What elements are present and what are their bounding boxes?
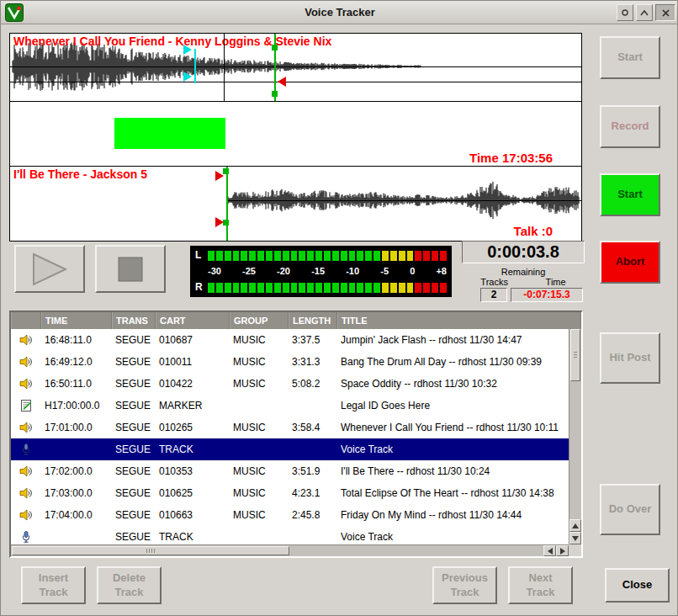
meter-left-label: L [195, 250, 208, 261]
previous-track-button[interactable]: Previous Track [432, 566, 497, 604]
stop-button[interactable] [95, 245, 166, 293]
shade-pin-icon[interactable] [617, 4, 633, 21]
track-start-arrow[interactable] [215, 171, 224, 181]
cell-time: 16:49:12.0 [41, 356, 112, 368]
header-length[interactable]: LENGTH [289, 312, 337, 329]
horizontal-scrollbar[interactable] [11, 544, 569, 556]
meter-scale-label: -10 [346, 267, 359, 276]
vertical-scrollbar[interactable] [569, 329, 581, 544]
time-remaining-label: Time [546, 277, 566, 287]
header-time[interactable]: TIME [41, 312, 112, 329]
titlebar: Voice Tracker [1, 1, 678, 24]
scroll-up-button[interactable] [569, 519, 581, 532]
cell-group: MUSIC [230, 509, 289, 521]
log-table: TIMETRANSCARTGROUPLENGTHTITLE 16:48:11.0… [9, 311, 583, 558]
close-button[interactable]: Close [605, 568, 670, 603]
log-row[interactable]: SEGUETRACKVoice Track [11, 438, 569, 460]
start-button-track1[interactable]: Start [600, 36, 660, 79]
insert-track-button[interactable]: Insert Track [21, 566, 86, 604]
log-row[interactable]: SEGUETRACKVoice Track [11, 526, 569, 544]
segue-marker-handle[interactable] [272, 91, 278, 97]
header-cart[interactable]: CART [156, 312, 230, 329]
cell-title: Jumpin' Jack Flash -- rdhost 11/30 14:47 [337, 334, 569, 346]
abort-button[interactable]: Abort [600, 241, 660, 284]
log-row[interactable]: H17:00:00.0SEGUEMARKERLegal ID Goes Here [11, 395, 569, 417]
talk-marker-arrow[interactable] [183, 45, 192, 55]
scroll-right-button[interactable] [556, 545, 569, 556]
vertical-scrollbar-thumb[interactable] [570, 329, 580, 381]
track-start-handle[interactable] [223, 220, 229, 226]
scroll-down-button[interactable] [569, 532, 581, 544]
next-track-button[interactable]: Next Track [508, 566, 573, 604]
meter-scale-label: -20 [277, 267, 290, 276]
cell-cart: 010422 [156, 378, 230, 390]
header-title[interactable]: TITLE [337, 312, 581, 329]
cell-length: 5:08.2 [289, 378, 337, 390]
segue-marker-handle[interactable] [272, 45, 278, 50]
header-group[interactable]: GROUP [230, 312, 289, 329]
meter-right-label: R [195, 282, 208, 293]
log-row[interactable]: 16:49:12.0SEGUE010011MUSIC3:31.3Bang The… [11, 351, 569, 373]
close-icon[interactable] [655, 4, 675, 21]
cell-trans: SEGUE [112, 509, 156, 521]
meter-scale: -30-25-20-15-10-50+8 [195, 267, 447, 276]
cell-time: H17:00:00.0 [41, 400, 112, 412]
do-over-button[interactable]: Do Over [600, 484, 660, 535]
scroll-left-button[interactable] [543, 545, 556, 556]
track-start-arrow[interactable] [215, 217, 224, 227]
header-icon-column[interactable] [11, 312, 41, 329]
track1-waveform-panel[interactable]: Whenever I Call You Friend - Kenny Loggi… [9, 33, 582, 102]
track-start-handle[interactable] [223, 168, 229, 174]
speaker-icon [11, 355, 41, 369]
cell-group: MUSIC [230, 487, 289, 499]
meter-scale-label: -30 [208, 267, 221, 276]
cell-title: Legal ID Goes Here [337, 400, 569, 412]
cell-group: MUSIC [230, 356, 289, 368]
start-button-track2[interactable]: Start [600, 173, 660, 216]
cell-trans: SEGUE [112, 400, 156, 412]
remaining-label: Remaining [462, 267, 585, 277]
cell-trans: SEGUE [112, 443, 156, 455]
tracks-remaining-value: 2 [480, 288, 507, 302]
voicetrack-region[interactable] [114, 118, 225, 149]
track2-title: I'll Be There - Jackson 5 [13, 167, 147, 181]
log-row[interactable]: 17:04:00.0SEGUE010663MUSIC2:45.8Friday O… [11, 504, 569, 526]
log-header: TIMETRANSCARTGROUPLENGTHTITLE [11, 312, 581, 329]
talk-label: Talk :0 [514, 224, 553, 238]
cell-length: 3:58.4 [289, 422, 337, 433]
log-row[interactable]: 17:02:00.0SEGUE010353MUSIC3:51.9I'll Be … [11, 460, 569, 482]
speaker-icon [11, 333, 41, 347]
stop-icon [118, 257, 143, 282]
cell-title: Space Oddity -- rdhost 11/30 10:32 [337, 378, 569, 390]
log-row[interactable]: 16:50:11.0SEGUE010422MUSIC5:08.2Space Od… [11, 373, 569, 395]
log-row[interactable]: 17:03:00.0SEGUE010625MUSIC4:23.1Total Ec… [11, 482, 569, 504]
voicetrack-panel[interactable]: Time 17:03:56 [9, 101, 582, 167]
maximize-icon[interactable] [636, 4, 653, 21]
log-row[interactable]: 16:48:11.0SEGUE010687MUSIC3:37.5Jumpin' … [11, 329, 569, 351]
talk-marker-arrow[interactable] [183, 72, 192, 82]
cell-title: Voice Track [337, 531, 569, 543]
talk-marker-line[interactable] [194, 49, 196, 83]
right-led-bar [208, 283, 447, 293]
cell-time: 17:01:00.0 [41, 422, 112, 433]
track-start-line[interactable] [226, 167, 228, 241]
scrollbar-corner [569, 544, 581, 556]
cell-time: 16:48:11.0 [41, 334, 112, 346]
elapsed-time-display: 0:00:03.8 [462, 241, 585, 263]
header-trans[interactable]: TRANS [112, 312, 156, 329]
meter-scale-label: +8 [436, 267, 447, 276]
end-marker-arrow[interactable] [278, 77, 286, 87]
delete-track-button[interactable]: Delete Track [97, 566, 162, 604]
speaker-icon [11, 465, 41, 478]
horizontal-scrollbar-thumb[interactable] [12, 546, 289, 555]
track2-waveform-panel[interactable]: I'll Be There - Jackson 5 Talk :0 [9, 166, 582, 242]
cell-length: 3:31.3 [289, 356, 337, 368]
time-label: Time 17:03:56 [469, 151, 553, 165]
cell-trans: SEGUE [112, 487, 156, 499]
play-button[interactable] [14, 245, 85, 293]
log-row[interactable]: 17:01:00.0SEGUE010265MUSIC3:58.4Whenever… [11, 417, 569, 438]
record-button[interactable]: Record [600, 105, 660, 148]
hit-post-button[interactable]: Hit Post [600, 332, 660, 384]
cell-cart: 010265 [156, 422, 230, 433]
time-remaining-value: -0:07:15.3 [511, 288, 583, 302]
